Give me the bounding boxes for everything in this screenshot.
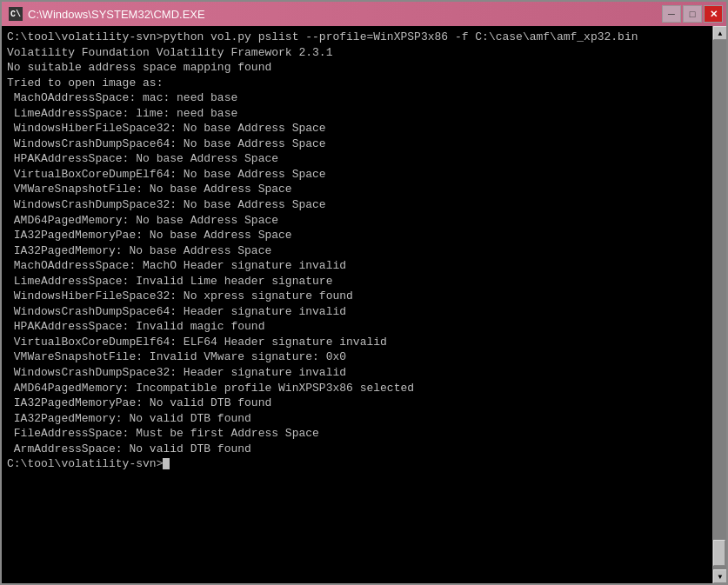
terminal-line: ArmAddressSpace: No valid DTB found <box>7 442 707 457</box>
terminal-line: C:\tool\volatility-svn> <box>7 456 707 472</box>
terminal-line: MachOAddressSpace: mac: need base <box>7 90 707 106</box>
cmd-window: C\ C:\Windows\SYSTEM32\CMD.EXE ─ □ ✕ C:\… <box>0 0 728 585</box>
terminal-line: WindowsCrashDumpSpace64: No base Address… <box>7 136 707 152</box>
title-bar: C\ C:\Windows\SYSTEM32\CMD.EXE ─ □ ✕ <box>2 2 726 26</box>
scrollbar-thumb[interactable] <box>713 540 725 566</box>
terminal-line: VMWareSnapshotFile: Invalid VMware signa… <box>7 349 707 365</box>
terminal-line: WindowsCrashDumpSpace32: No base Address… <box>7 197 707 213</box>
cmd-icon: C\ <box>9 7 23 21</box>
terminal-line: C:\tool\volatility-svn>python vol.py psl… <box>7 30 707 45</box>
terminal-line: LimeAddressSpace: Invalid Lime header si… <box>7 274 707 289</box>
terminal-line: WindowsCrashDumpSpace32: Header signatur… <box>7 365 707 381</box>
scroll-down-button[interactable]: ▼ <box>713 569 726 583</box>
terminal-line: IA32PagedMemory: No valid DTB found <box>7 411 707 427</box>
close-button[interactable]: ✕ <box>704 5 723 23</box>
terminal-output[interactable]: C:\tool\volatility-svn>python vol.py psl… <box>2 26 712 583</box>
title-bar-left: C\ C:\Windows\SYSTEM32\CMD.EXE <box>9 7 205 21</box>
terminal-line: VirtualBoxCoreDumpElf64: No base Address… <box>7 167 707 183</box>
terminal-line: IA32PagedMemoryPae: No base Address Spac… <box>7 228 707 243</box>
terminal-area: C:\tool\volatility-svn>python vol.py psl… <box>2 26 726 583</box>
terminal-cursor <box>163 458 170 469</box>
terminal-line: WindowsHiberFileSpace32: No xpress signa… <box>7 289 707 304</box>
window-controls: ─ □ ✕ <box>662 5 723 23</box>
terminal-line: VMWareSnapshotFile: No base Address Spac… <box>7 182 707 197</box>
window-title: C:\Windows\SYSTEM32\CMD.EXE <box>28 8 205 21</box>
terminal-line: No suitable address space mapping found <box>7 60 707 76</box>
terminal-line: AMD64PagedMemory: No base Address Space <box>7 213 707 229</box>
terminal-line: WindowsHiberFileSpace32: No base Address… <box>7 121 707 136</box>
terminal-line: VirtualBoxCoreDumpElf64: ELF64 Header si… <box>7 335 707 350</box>
terminal-line: LimeAddressSpace: lime: need base <box>7 106 707 122</box>
terminal-line: HPAKAddressSpace: No base Address Space <box>7 151 707 167</box>
terminal-line: IA32PagedMemoryPae: No valid DTB found <box>7 396 707 411</box>
terminal-line: HPAKAddressSpace: Invalid magic found <box>7 319 707 335</box>
terminal-line: WindowsCrashDumpSpace64: Header signatur… <box>7 304 707 320</box>
scrollbar[interactable]: ▲ ▼ <box>712 26 726 583</box>
terminal-line: MachOAddressSpace: MachO Header signatur… <box>7 258 707 274</box>
scrollbar-track[interactable] <box>713 40 726 569</box>
maximize-button[interactable]: □ <box>683 5 702 23</box>
minimize-button[interactable]: ─ <box>662 5 681 23</box>
scroll-up-button[interactable]: ▲ <box>713 26 726 40</box>
terminal-line: AMD64PagedMemory: Incompatible profile W… <box>7 381 707 396</box>
terminal-line: Volatility Foundation Volatility Framewo… <box>7 45 707 61</box>
terminal-line: Tried to open image as: <box>7 76 707 91</box>
terminal-line: FileAddressSpace: Must be first Address … <box>7 426 707 442</box>
terminal-line: IA32PagedMemory: No base Address Space <box>7 243 707 259</box>
